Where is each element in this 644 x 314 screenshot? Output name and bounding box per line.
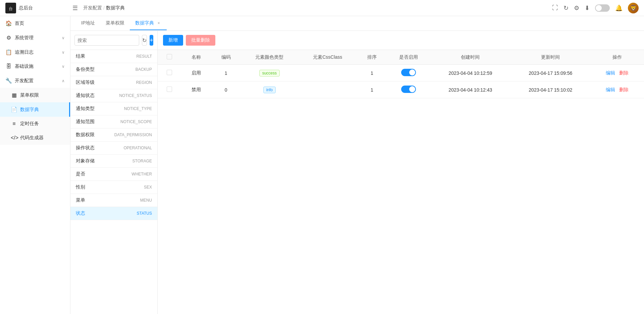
- dict-list-item[interactable]: 通知范围 NOTICE_SCOPE: [70, 115, 157, 128]
- sidebar-item-data-dict[interactable]: 📄 数据字典: [0, 102, 70, 117]
- row-update-time: 2023-04-17 15:10:02: [511, 82, 591, 98]
- dict-list-item[interactable]: 数据权限 DATA_PERMISSION: [70, 128, 157, 142]
- col-enabled: 是否启用: [387, 50, 430, 65]
- sidebar-item-label-system: 系统管理: [15, 35, 34, 41]
- tab-ip[interactable]: IP地址: [76, 17, 100, 30]
- color-type-badge: success: [259, 70, 280, 76]
- dict-list-item[interactable]: 对象存储 STORAGE: [70, 155, 157, 168]
- delete-link[interactable]: 删除: [619, 87, 629, 92]
- sidebar-item-dev[interactable]: 🔧 开发配置 ∧: [0, 73, 70, 88]
- dict-list-item[interactable]: 结果 RESULT: [70, 50, 157, 63]
- dict-items-list: 结果 RESULT 备份类型 BACKUP 区域等级 REGION 通知状态 N…: [70, 50, 157, 220]
- dict-add-button[interactable]: +: [150, 35, 153, 46]
- sidebar-item-label-dev: 开发配置: [15, 78, 34, 84]
- dict-item-code: BACKUP: [136, 67, 152, 72]
- dict-item-code: DATA_PERMISSION: [114, 133, 152, 137]
- sidebar-item-label-home: 首页: [15, 20, 24, 27]
- edit-link[interactable]: 编辑: [606, 87, 615, 92]
- sidebar-item-scheduled[interactable]: ≡ 定时任务: [0, 117, 70, 131]
- dict-list-item[interactable]: 区域等级 REGION: [70, 76, 157, 89]
- col-code: 编码: [211, 50, 241, 65]
- dict-list-item[interactable]: 是否 WHETHER: [70, 168, 157, 181]
- chevron-down-icon-3: ∨: [62, 64, 65, 69]
- row-create-time: 2023-04-04 10:12:59: [430, 65, 511, 82]
- edit-link[interactable]: 编辑: [606, 70, 615, 75]
- dict-item-code: OPERATIONAL: [124, 146, 152, 150]
- dict-refresh-button[interactable]: ↻: [142, 35, 147, 46]
- delete-link[interactable]: 删除: [619, 70, 629, 75]
- table-wrap: 名称 编码 元素颜色类型 元素CssClass 排序 是否启用 创建时间 更新时…: [158, 50, 644, 314]
- trace-icon: 📋: [5, 49, 12, 55]
- sidebar-item-label-menu-perm: 菜单权限: [20, 92, 39, 98]
- row-checkbox-cell: [158, 82, 181, 98]
- data-panel: 新增 批量删除 名称 编码 元素颜色类型 元素CssClass 排序: [158, 31, 644, 314]
- row-css-class: [298, 82, 357, 98]
- row-update-time: 2023-04-17 15:09:56: [511, 65, 591, 82]
- col-sort: 排序: [357, 50, 387, 65]
- search-input[interactable]: [74, 35, 139, 46]
- dict-list-item[interactable]: 通知类型 NOTICE_TYPE: [70, 102, 157, 115]
- data-table: 名称 编码 元素颜色类型 元素CssClass 排序 是否启用 创建时间 更新时…: [158, 50, 644, 98]
- menu-toggle-icon[interactable]: ☰: [72, 4, 78, 12]
- row-enabled: [387, 65, 430, 82]
- sidebar-item-home[interactable]: 🏠 首页: [0, 16, 70, 31]
- sidebar-item-label-codegen: 代码生成器: [20, 135, 44, 141]
- row-checkbox-cell: [158, 65, 181, 82]
- enabled-toggle[interactable]: [401, 86, 416, 93]
- col-update-time: 更新时间: [511, 50, 591, 65]
- system-icon: ⚙: [5, 35, 12, 41]
- row-color-type: info: [241, 82, 298, 98]
- dict-list-item[interactable]: 操作状态 OPERATIONAL: [70, 142, 157, 155]
- notification-icon[interactable]: 🔔: [615, 4, 623, 12]
- dict-item-code: SEX: [144, 185, 152, 190]
- dict-list-item[interactable]: 状态 STATUS: [70, 207, 157, 220]
- row-checkbox[interactable]: [167, 87, 172, 92]
- settings-icon[interactable]: ⚙: [574, 4, 579, 12]
- home-icon: 🏠: [5, 20, 12, 27]
- dict-item-name: 通知范围: [76, 119, 95, 125]
- dict-item-code: NOTICE_SCOPE: [120, 119, 152, 124]
- add-record-button[interactable]: 新增: [163, 35, 183, 46]
- sidebar-item-label-infra: 基础设施: [15, 63, 34, 69]
- row-actions: 编辑 删除: [591, 82, 644, 98]
- dict-list-item[interactable]: 性别 SEX: [70, 181, 157, 194]
- sidebar-item-infra[interactable]: 🗄 基础设施 ∨: [0, 59, 70, 73]
- tab-dict-close[interactable]: ×: [156, 20, 161, 26]
- table-row: 禁用 0 info 1 2023-04-04 10:12:43 2023-04-…: [158, 82, 644, 98]
- enabled-toggle[interactable]: [401, 69, 416, 76]
- layout: 🏠 首页 ⚙ 系统管理 ∨ 📋 追溯日志 ∨ 🗄 基础设施 ∨ 🔧 开发配置 ∧…: [0, 16, 644, 314]
- download-icon[interactable]: ⬇: [585, 4, 590, 12]
- row-actions: 编辑 删除: [591, 65, 644, 82]
- sidebar-item-trace[interactable]: 📋 追溯日志 ∨: [0, 45, 70, 59]
- dict-item-name: 菜单: [76, 197, 85, 203]
- header-checkbox[interactable]: [167, 54, 172, 59]
- sidebar-item-menu-perm[interactable]: ▦ 菜单权限: [0, 88, 70, 102]
- sidebar-item-system[interactable]: ⚙ 系统管理 ∨: [0, 31, 70, 45]
- avatar[interactable]: 🦁: [628, 3, 639, 13]
- sidebar-item-label-trace: 追溯日志: [15, 49, 34, 55]
- header: 台 总后台 ☰ 开发配置 / 数据字典 ⛶ ↻ ⚙ ⬇ 🔔 🦁: [0, 0, 644, 16]
- table-header-row: 名称 编码 元素颜色类型 元素CssClass 排序 是否启用 创建时间 更新时…: [158, 50, 644, 65]
- dict-list-item[interactable]: 通知状态 NOTICE_STATUS: [70, 89, 157, 102]
- row-color-type: success: [241, 65, 298, 82]
- scheduled-icon: ≡: [11, 121, 17, 127]
- dict-list-item[interactable]: 备份类型 BACKUP: [70, 63, 157, 76]
- tab-dict[interactable]: 数据字典 ×: [130, 17, 167, 30]
- tab-menu-label: 菜单权限: [106, 20, 124, 26]
- data-toolbar: 新增 批量删除: [158, 31, 644, 50]
- dict-item-code: MENU: [140, 198, 152, 203]
- tab-menu[interactable]: 菜单权限: [100, 17, 130, 30]
- fullscreen-icon[interactable]: ⛶: [552, 4, 558, 11]
- batch-delete-button[interactable]: 批量删除: [186, 35, 215, 46]
- sidebar-item-codegen[interactable]: </> 代码生成器: [0, 131, 70, 145]
- header-right: ⛶ ↻ ⚙ ⬇ 🔔 🦁: [552, 3, 639, 13]
- content: ↻ + 结果 RESULT 备份类型 BACKUP 区域等级 REGION 通知…: [70, 31, 644, 314]
- dict-item-name: 对象存储: [76, 158, 95, 164]
- row-checkbox[interactable]: [167, 70, 172, 75]
- tab-ip-label: IP地址: [81, 20, 95, 26]
- refresh-icon[interactable]: ↻: [564, 4, 569, 12]
- color-type-badge: info: [263, 87, 276, 93]
- dict-list-item[interactable]: 菜单 MENU: [70, 194, 157, 207]
- theme-toggle[interactable]: [595, 4, 610, 12]
- dev-icon: 🔧: [5, 77, 12, 84]
